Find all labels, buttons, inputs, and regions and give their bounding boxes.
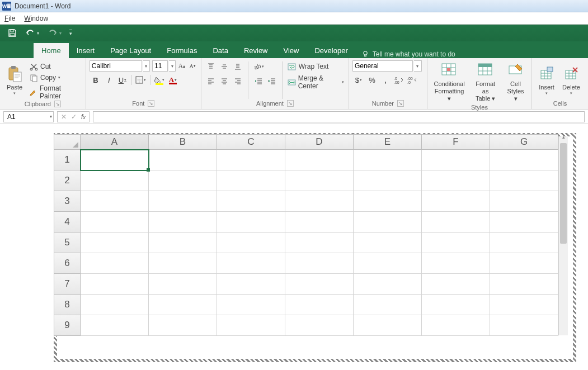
cell-E4[interactable]: [354, 212, 422, 233]
font-size-combo[interactable]: [152, 60, 168, 72]
enter-formula-button[interactable]: ✓: [71, 113, 77, 121]
cell-A7[interactable]: [81, 274, 149, 295]
cell-C4[interactable]: [217, 212, 285, 233]
cell-A6[interactable]: [81, 253, 149, 274]
row-header-3[interactable]: 3: [54, 191, 81, 212]
align-right-button[interactable]: [232, 75, 244, 87]
align-bottom-button[interactable]: [232, 60, 244, 73]
col-header-c[interactable]: C: [217, 134, 285, 150]
cell-D7[interactable]: [285, 274, 354, 295]
fill-color-button[interactable]: ▾: [153, 74, 166, 86]
cell-D8[interactable]: [285, 295, 354, 315]
cell-F9[interactable]: [422, 315, 490, 336]
cell-D6[interactable]: [285, 253, 354, 274]
font-size-dropdown[interactable]: ▾: [169, 60, 176, 72]
formula-input[interactable]: [93, 111, 585, 122]
align-center-button[interactable]: [218, 75, 231, 87]
cell-E6[interactable]: [354, 253, 422, 274]
row-header-7[interactable]: 7: [54, 274, 81, 295]
cell-F4[interactable]: [422, 212, 490, 233]
wrap-text-button[interactable]: Wrap Text: [286, 61, 345, 72]
cell-styles-button[interactable]: CellStyles ▾: [503, 60, 528, 104]
font-color-button[interactable]: A▾: [167, 74, 179, 86]
grow-font-button[interactable]: A▴: [177, 60, 186, 72]
cell-B7[interactable]: [149, 274, 217, 295]
cut-button[interactable]: Cut: [28, 61, 82, 72]
cell-G4[interactable]: [490, 212, 558, 233]
row-header-8[interactable]: 8: [54, 295, 81, 315]
row-header-4[interactable]: 4: [54, 212, 81, 233]
cell-E9[interactable]: [354, 315, 422, 336]
row-header-9[interactable]: 9: [54, 315, 81, 336]
cell-A9[interactable]: [81, 315, 149, 336]
insert-cells-button[interactable]: Insert ▾: [535, 60, 558, 100]
cell-A8[interactable]: [81, 295, 149, 315]
menu-window[interactable]: Window: [24, 15, 48, 22]
cell-F6[interactable]: [422, 253, 490, 274]
cell-B4[interactable]: [149, 212, 217, 233]
col-header-a[interactable]: A: [81, 134, 149, 150]
select-all-corner[interactable]: [54, 134, 81, 150]
orientation-button[interactable]: ab▾: [252, 60, 265, 73]
cancel-formula-button[interactable]: ✕: [61, 113, 67, 121]
cell-G5[interactable]: [490, 233, 558, 253]
percent-button[interactable]: %: [366, 74, 378, 86]
increase-indent-button[interactable]: [266, 75, 278, 87]
cell-E7[interactable]: [354, 274, 422, 295]
cell-C2[interactable]: [217, 170, 285, 191]
col-header-g[interactable]: G: [490, 134, 558, 150]
bold-button[interactable]: B: [90, 74, 102, 86]
cell-E5[interactable]: [354, 233, 422, 253]
cell-D1[interactable]: [285, 150, 354, 170]
merge-center-button[interactable]: Merge & Center ▾: [286, 74, 345, 91]
cell-B3[interactable]: [149, 191, 217, 212]
cell-B1[interactable]: [149, 150, 217, 170]
save-button[interactable]: [6, 27, 19, 39]
cell-A3[interactable]: [81, 191, 149, 212]
cell-G8[interactable]: [490, 295, 558, 315]
cell-C3[interactable]: [217, 191, 285, 212]
align-top-button[interactable]: [205, 60, 217, 73]
cell-E8[interactable]: [354, 295, 422, 315]
copy-button[interactable]: Copy ▾: [28, 73, 82, 83]
cell-F7[interactable]: [422, 274, 490, 295]
comma-style-button[interactable]: ,: [379, 74, 392, 86]
col-header-d[interactable]: D: [285, 134, 354, 150]
tab-page-layout[interactable]: Page Layout: [102, 43, 159, 58]
tab-review[interactable]: Review: [236, 43, 276, 58]
italic-button[interactable]: I: [103, 74, 115, 86]
col-header-b[interactable]: B: [149, 134, 217, 150]
cell-C5[interactable]: [217, 233, 285, 253]
cell-A2[interactable]: [81, 170, 149, 191]
decrease-decimal-button[interactable]: .00.0: [406, 74, 418, 86]
cell-C7[interactable]: [217, 274, 285, 295]
tab-view[interactable]: View: [276, 43, 307, 58]
align-left-button[interactable]: [205, 75, 217, 87]
cell-C9[interactable]: [217, 315, 285, 336]
tab-insert[interactable]: Insert: [69, 43, 103, 58]
cell-F8[interactable]: [422, 295, 490, 315]
paste-button[interactable]: Paste ▾: [3, 60, 26, 101]
row-header-2[interactable]: 2: [54, 170, 81, 191]
cell-A1[interactable]: [81, 150, 149, 170]
shrink-font-button[interactable]: A▾: [187, 60, 197, 72]
tab-home[interactable]: Home: [34, 43, 69, 58]
col-header-f[interactable]: F: [422, 134, 490, 150]
cell-G3[interactable]: [490, 191, 558, 212]
cell-D4[interactable]: [285, 212, 354, 233]
row-header-5[interactable]: 5: [54, 233, 81, 253]
underline-button[interactable]: U▾: [116, 74, 129, 86]
name-box[interactable]: A1 ▾: [3, 111, 54, 122]
tab-developer[interactable]: Developer: [307, 43, 355, 58]
menu-file[interactable]: File: [4, 15, 15, 22]
cell-D2[interactable]: [285, 170, 354, 191]
font-name-dropdown[interactable]: ▾: [143, 60, 150, 72]
cell-C8[interactable]: [217, 295, 285, 315]
number-launcher[interactable]: ↘: [397, 100, 404, 107]
cell-F3[interactable]: [422, 191, 490, 212]
redo-button[interactable]: ▾: [45, 28, 64, 38]
cell-C6[interactable]: [217, 253, 285, 274]
cell-D3[interactable]: [285, 191, 354, 212]
tab-formulas[interactable]: Formulas: [159, 43, 205, 58]
row-header-6[interactable]: 6: [54, 253, 81, 274]
